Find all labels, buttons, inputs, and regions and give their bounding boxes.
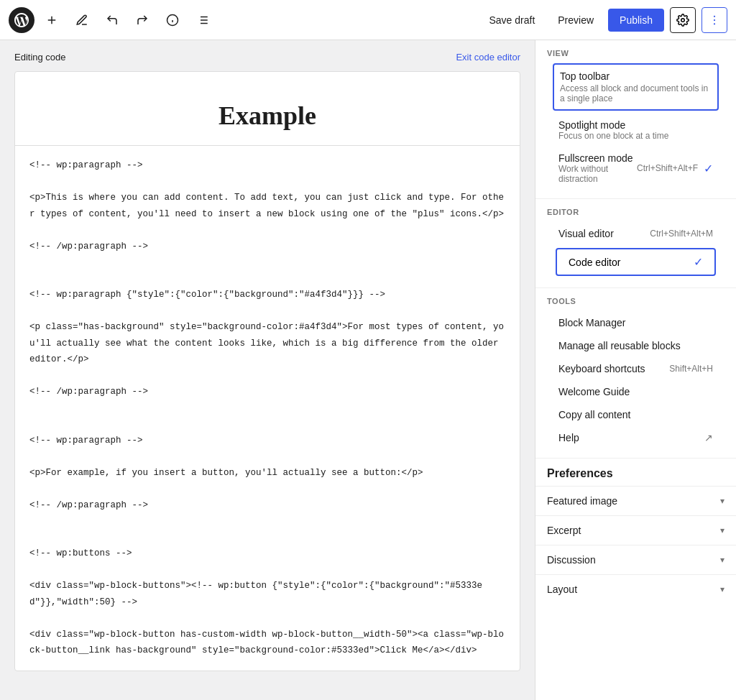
visual-editor-title: Visual editor [558, 228, 614, 239]
fullscreen-mode-right: Ctrl+Shift+Alt+F ✓ [637, 162, 713, 175]
layout-label: Layout [547, 584, 577, 595]
help-label: Help [558, 432, 579, 443]
spotlight-mode-content: Spotlight mode Focus on one block at a t… [558, 119, 668, 141]
view-label: VIEW [547, 49, 724, 57]
help-item[interactable]: Help ↗ [547, 426, 724, 449]
top-toolbar-desc: Access all block and document tools in a… [560, 83, 712, 103]
layout-accordion: Layout ▾ [535, 574, 736, 604]
keyboard-shortcuts-item[interactable]: Keyboard shortcuts Shift+Alt+H [547, 357, 724, 380]
info-button[interactable] [160, 7, 185, 33]
fullscreen-check: ✓ [704, 162, 713, 175]
external-link-icon: ↗ [704, 432, 713, 443]
undo-button[interactable] [99, 7, 125, 33]
discussion-label: Discussion [547, 554, 596, 566]
save-draft-button[interactable]: Save draft [480, 10, 543, 30]
keyboard-shortcuts-label: Keyboard shortcuts [558, 363, 645, 374]
excerpt-accordion: Excerpt ▾ [535, 515, 736, 545]
featured-image-header[interactable]: Featured image ▾ [535, 487, 736, 515]
discussion-header[interactable]: Discussion ▾ [535, 545, 736, 574]
code-editor-item[interactable]: Code editor ✓ [556, 248, 716, 276]
discussion-chevron: ▾ [720, 555, 724, 565]
svg-point-14 [714, 23, 715, 24]
editor-area: Editing code Exit code editor Example <!… [0, 40, 535, 700]
tools-button[interactable] [69, 7, 95, 33]
featured-image-accordion: Featured image ▾ [535, 486, 736, 515]
fullscreen-shortcut: Ctrl+Shift+Alt+F [637, 163, 698, 173]
preferences-section: Preferences Featured image ▾ Excerpt ▾ D… [535, 459, 736, 604]
tools-label: TOOLS [547, 297, 724, 305]
spotlight-mode-item[interactable]: Spotlight mode Focus on one block at a t… [547, 114, 724, 147]
code-editor-check: ✓ [694, 255, 703, 269]
manage-reusable-item[interactable]: Manage all reusable blocks [547, 334, 724, 357]
top-toolbar-title: Top toolbar [560, 70, 712, 82]
view-section: VIEW Top toolbar Access all block and do… [535, 40, 736, 199]
fullscreen-mode-desc: Work without distraction [558, 164, 637, 184]
block-manager-label: Block Manager [558, 317, 625, 328]
redo-button[interactable] [129, 7, 155, 33]
fullscreen-mode-content: Fullscreen mode Work without distraction [558, 152, 637, 184]
wp-logo[interactable] [9, 7, 34, 33]
svg-point-11 [681, 18, 685, 22]
discussion-accordion: Discussion ▾ [535, 545, 736, 574]
editing-code-label: Editing code [14, 52, 66, 63]
toolbar-left [9, 7, 216, 33]
spotlight-mode-desc: Focus on one block at a time [558, 131, 668, 141]
visual-editor-item[interactable]: Visual editor Ctrl+Shift+Alt+M [547, 222, 724, 245]
code-editor-wrapper: Example <!-- wp:paragraph --> <p>This is… [14, 71, 520, 671]
fullscreen-mode-item[interactable]: Fullscreen mode Work without distraction… [547, 147, 724, 190]
exit-code-editor-button[interactable]: Exit code editor [456, 52, 520, 63]
block-manager-item[interactable]: Block Manager [547, 311, 724, 334]
spotlight-mode-title: Spotlight mode [558, 119, 668, 131]
settings-button[interactable] [670, 7, 696, 33]
preferences-header: Preferences [535, 459, 736, 486]
excerpt-label: Excerpt [547, 525, 581, 536]
top-toolbar-menu-item[interactable]: Top toolbar Access all block and documen… [553, 63, 719, 111]
svg-point-13 [714, 19, 715, 20]
layout-header[interactable]: Layout ▾ [535, 575, 736, 604]
add-block-button[interactable] [39, 7, 65, 33]
editor-label: EDITOR [547, 208, 724, 216]
publish-button[interactable]: Publish [608, 9, 664, 32]
code-textarea[interactable]: <!-- wp:paragraph --> <p>This is where y… [15, 146, 520, 671]
manage-reusable-label: Manage all reusable blocks [558, 340, 681, 351]
toolbar-right: Save draft Preview Publish [480, 7, 727, 33]
copy-all-content-label: Copy all content [558, 409, 630, 420]
keyboard-shortcuts-shortcut: Shift+Alt+H [669, 364, 713, 374]
welcome-guide-label: Welcome Guide [558, 386, 630, 397]
preview-button[interactable]: Preview [549, 10, 602, 30]
post-title[interactable]: Example [29, 101, 505, 131]
code-editor-title: Code editor [569, 257, 620, 268]
featured-image-label: Featured image [547, 495, 617, 507]
post-title-area: Example [15, 72, 520, 146]
editing-code-bar: Editing code Exit code editor [14, 52, 520, 63]
editor-section: EDITOR Visual editor Ctrl+Shift+Alt+M Co… [535, 199, 736, 288]
visual-editor-shortcut: Ctrl+Shift+Alt+M [650, 229, 713, 239]
main-area: Editing code Exit code editor Example <!… [0, 40, 736, 700]
copy-all-content-item[interactable]: Copy all content [547, 403, 724, 426]
more-options-button[interactable] [702, 7, 727, 33]
welcome-guide-item[interactable]: Welcome Guide [547, 380, 724, 403]
fullscreen-mode-title: Fullscreen mode [558, 152, 637, 164]
excerpt-header[interactable]: Excerpt ▾ [535, 516, 736, 545]
svg-point-12 [714, 15, 715, 17]
featured-image-chevron: ▾ [720, 496, 724, 506]
right-panel: VIEW Top toolbar Access all block and do… [535, 40, 736, 700]
top-toolbar: Save draft Preview Publish [0, 0, 736, 40]
list-view-button[interactable] [190, 7, 216, 33]
excerpt-chevron: ▾ [720, 525, 724, 535]
layout-chevron: ▾ [720, 584, 724, 594]
tools-section: TOOLS Block Manager Manage all reusable … [535, 288, 736, 459]
